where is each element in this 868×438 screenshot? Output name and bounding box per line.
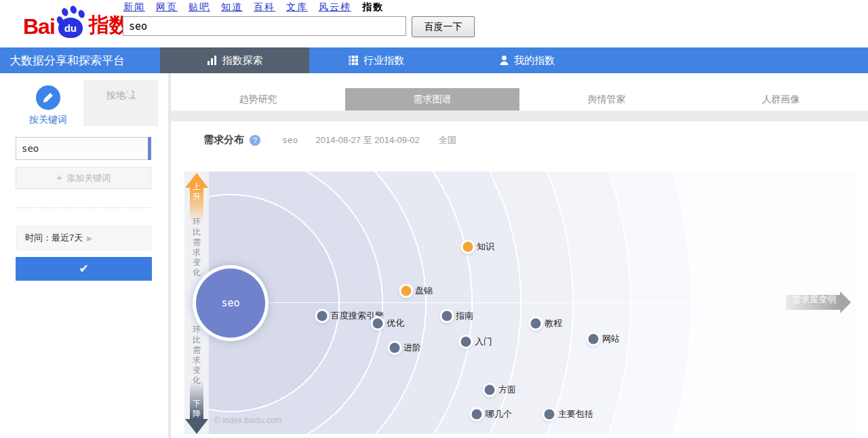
y-axis-up-label: 上升: [192, 182, 201, 202]
link-zhidao[interactable]: 知道: [221, 1, 243, 12]
caret-right-icon: ▶: [87, 235, 92, 242]
link-index-current[interactable]: 指数: [362, 1, 384, 12]
content: 按关键词 按地域 +添加关键词 时间：最近7天 ▶ ✔: [0, 73, 868, 438]
page: Bai du 指数 新闻网页贴吧知道百科文库风云榜指数 百度一下 大数据分享和探…: [0, 0, 868, 438]
add-keyword-label: 添加关键词: [66, 173, 111, 183]
nav-item-label: 指数探索: [222, 54, 263, 67]
nav-item-my-index[interactable]: 我的指数: [490, 47, 564, 73]
logo-bai-text: Bai: [23, 14, 55, 39]
check-icon: ✔: [79, 262, 88, 275]
sidebar: 按关键词 按地域 +添加关键词 时间：最近7天 ▶ ✔: [0, 73, 168, 438]
top-nav-links: 新闻网页贴吧知道百科文库风云榜指数: [123, 1, 384, 14]
falling-point-dot: [461, 337, 471, 347]
falling-point-dot: [589, 334, 599, 344]
confirm-button[interactable]: ✔: [16, 257, 152, 281]
help-icon[interactable]: ?: [250, 135, 260, 146]
link-baike[interactable]: 百科: [254, 1, 275, 12]
point-label: 哪几个: [486, 408, 512, 420]
point-label: 教程: [545, 317, 562, 330]
keyword-input[interactable]: [16, 137, 151, 160]
link-tieba[interactable]: 贴吧: [189, 1, 210, 12]
tab-by-region-label: 按地域: [83, 89, 158, 102]
falling-point-dot: [373, 319, 383, 329]
search-input[interactable]: [123, 16, 406, 36]
falling-point-dot: [545, 410, 555, 420]
tab-by-keyword[interactable]: 按关键词: [13, 80, 83, 126]
baidu-header: Bai du 指数 新闻网页贴吧知道百科文库风云榜指数 百度一下: [0, 0, 868, 47]
point-label: 指南: [456, 310, 473, 322]
y-axis-label-bottom: 环比需求变化: [192, 325, 201, 386]
point-label: 方面: [498, 384, 516, 396]
nav-item-label: 我的指数: [514, 54, 555, 67]
time-filter-label: 时间：最近7天: [25, 232, 83, 244]
center-keyword-bubble[interactable]: seo: [196, 268, 265, 338]
grid-icon: [349, 56, 359, 66]
rising-point-dot: [463, 242, 473, 252]
y-axis-label-top: 环比需求变化: [192, 217, 201, 278]
tab-trend-research[interactable]: 趋势研究: [171, 88, 345, 111]
plus-icon: +: [56, 172, 62, 183]
down-arrow-icon: 下降: [185, 381, 208, 434]
point-label: 进阶: [403, 342, 421, 354]
falling-point-dot: [317, 311, 328, 321]
point-label: 入门: [475, 336, 492, 348]
sidebar-tabs: 按关键词 按地域: [13, 80, 168, 126]
watermark: © index.baidu.com: [214, 416, 282, 425]
tab-by-region[interactable]: 按地域: [83, 80, 158, 126]
panel-region: 全国: [439, 134, 456, 146]
platform-navbar: 大数据分享和探索平台 指数探索 行业指数 我的指数: [0, 47, 868, 73]
nav-item-label: 行业指数: [363, 54, 404, 67]
report-tabbar: 趋势研究 需求图谱 舆情管家 人群画像: [171, 88, 868, 111]
tab-audience-profile[interactable]: 人群画像: [694, 88, 868, 111]
point-label: 盘锦: [415, 285, 433, 297]
user-icon: [499, 55, 509, 66]
main-panel: 趋势研究 需求图谱 舆情管家 人群画像 需求分布 ? seo 2014-08-2…: [171, 73, 868, 438]
keyword-input-wrap: [16, 137, 151, 160]
card-header: 需求分布 ? seo 2014-08-27 至 2014-09-02 全国: [171, 121, 868, 147]
point-label: 网站: [602, 333, 620, 345]
nav-item-index-explore[interactable]: 指数探索: [160, 47, 309, 73]
point-label: 主要包括: [558, 408, 593, 420]
link-wenku[interactable]: 文库: [286, 1, 308, 12]
tabbar-gray-strip: [171, 111, 868, 121]
panel-date-range: 2014-08-27 至 2014-09-02: [315, 134, 419, 146]
x-axis-line: [209, 302, 856, 303]
falling-point-dot: [442, 311, 452, 321]
falling-point-dot: [390, 343, 400, 353]
rising-point-dot: [401, 286, 412, 296]
baidu-paw-icon: du: [56, 8, 85, 39]
link-news[interactable]: 新闻: [123, 1, 145, 12]
baidu-index-logo[interactable]: Bai du 指数: [23, 8, 130, 39]
nav-item-industry-index[interactable]: 行业指数: [339, 47, 414, 73]
platform-title: 大数据分享和探索平台: [9, 53, 125, 68]
falling-point-dot: [472, 410, 482, 420]
demand-distribution-card: 需求分布 ? seo 2014-08-27 至 2014-09-02 全国 上升: [171, 121, 868, 434]
up-arrow-icon: 上升: [185, 173, 208, 223]
x-axis-arrow: 需求度变弱: [786, 292, 851, 313]
x-axis-arrow-label: 需求度变弱: [792, 294, 836, 306]
logo-du-text: du: [64, 22, 77, 34]
point-label: 优化: [387, 317, 404, 330]
falling-point-dot: [485, 385, 495, 395]
keyword-edit-icon: [36, 85, 60, 110]
y-axis-down-label: 下降: [192, 399, 201, 419]
point-label: 知识: [477, 241, 494, 253]
link-web[interactable]: 网页: [156, 1, 178, 12]
search-row: 百度一下: [123, 16, 475, 37]
falling-point-dot: [531, 319, 541, 329]
baidu-search-button[interactable]: 百度一下: [412, 16, 475, 37]
add-keyword-button[interactable]: +添加关键词: [16, 167, 151, 189]
time-filter[interactable]: 时间：最近7天 ▶: [16, 226, 151, 250]
link-fengyunbang[interactable]: 风云榜: [319, 1, 351, 12]
panel-keyword: seo: [282, 135, 298, 145]
demand-chart: 上升 环比需求变化 环比需求变化 下降 seo: [184, 172, 856, 434]
panel-title: 需求分布: [203, 134, 244, 146]
keyword-input-accent-bar: [148, 137, 151, 160]
tab-demand-map[interactable]: 需求图谱: [345, 88, 519, 111]
bar-chart-icon: [207, 55, 218, 66]
tab-by-keyword-label: 按关键词: [13, 114, 83, 126]
dashed-separator: [16, 207, 151, 208]
tab-sentiment-manager[interactable]: 舆情管家: [519, 88, 694, 111]
